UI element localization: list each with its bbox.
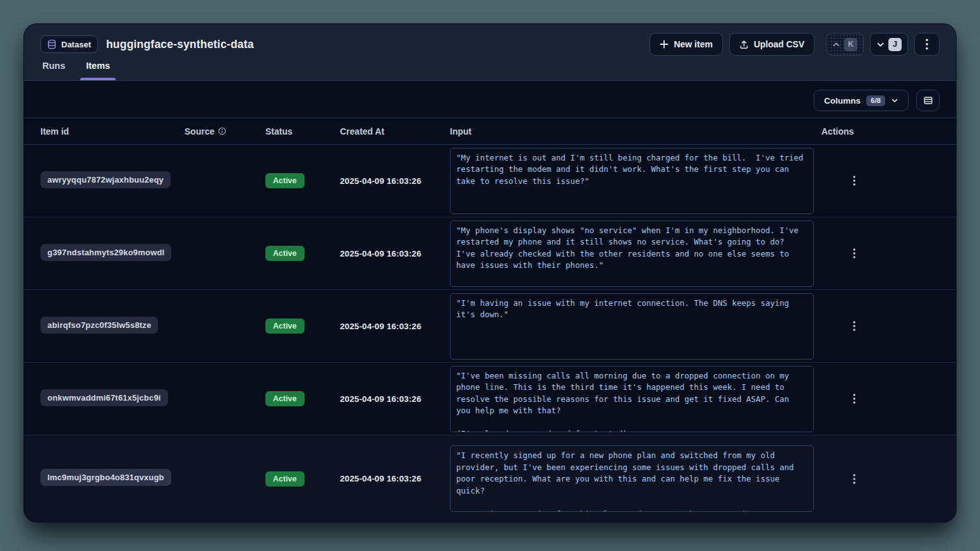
new-item-label: New item — [674, 39, 712, 49]
tab-items[interactable]: Items — [84, 57, 112, 80]
table-row[interactable]: lmc9muj3grgbo4o831qvxugb Active 2025-04-… — [24, 435, 956, 522]
kebab-icon — [853, 176, 856, 186]
table-toolbar: Columns 6/8 — [24, 81, 956, 118]
table-row[interactable]: g397ndstahmyts29ko9mowdl Active 2025-04-… — [24, 217, 956, 290]
dataset-window: Dataset huggingface-synthetic-data New i… — [24, 24, 956, 522]
status-badge: Active — [265, 318, 305, 334]
upload-csv-label: Upload CSV — [754, 39, 804, 49]
shortcut-key-j: J — [888, 38, 902, 51]
status-badge: Active — [265, 391, 305, 406]
previous-item-button[interactable]: K — [826, 33, 864, 56]
status-badge: Active — [265, 246, 305, 261]
chevron-down-icon — [876, 40, 885, 49]
table-row[interactable]: abirqfso7pzc0f35lw5s8tze Active 2025-04-… — [24, 290, 956, 363]
columns-count-badge: 6/8 — [866, 95, 885, 106]
chevron-down-icon — [891, 97, 898, 104]
table-header-row: Item id Source Status Created At Input A… — [24, 118, 956, 145]
tab-bar: Runs Items — [40, 57, 940, 80]
kebab-icon — [926, 39, 928, 50]
kebab-icon — [853, 474, 856, 484]
info-icon[interactable] — [218, 127, 226, 135]
tab-runs[interactable]: Runs — [40, 57, 67, 80]
upload-csv-button[interactable]: Upload CSV — [729, 33, 814, 56]
input-cell[interactable]: "I recently signed up for a new phone pl… — [450, 445, 814, 512]
new-item-button[interactable]: New item — [650, 33, 722, 56]
input-cell[interactable]: "I'm having an issue with my internet co… — [450, 293, 814, 360]
header-more-actions-button[interactable] — [914, 33, 940, 56]
plus-icon — [660, 40, 668, 49]
table-body: awryyqqu7872wjaxhbuu2eqy Active 2025-04-… — [24, 145, 956, 522]
next-item-button[interactable]: J — [870, 33, 908, 56]
status-badge: Active — [265, 471, 305, 487]
created-at-value: 2025-04-09 16:03:26 — [340, 176, 450, 186]
kebab-icon — [853, 321, 856, 331]
columns-label: Columns — [824, 96, 861, 106]
kebab-icon — [853, 394, 856, 404]
column-header-created-at: Created At — [340, 126, 450, 136]
column-header-status: Status — [265, 126, 340, 136]
dataset-type-badge: Dataset — [40, 35, 98, 53]
chevron-up-icon — [832, 40, 840, 49]
window-header: Dataset huggingface-synthetic-data New i… — [24, 24, 956, 81]
created-at-value: 2025-04-09 16:03:26 — [340, 322, 450, 331]
status-badge: Active — [265, 173, 305, 188]
row-actions-button[interactable] — [847, 246, 862, 261]
column-header-input: Input — [450, 126, 821, 136]
shortcut-key-k: K — [844, 38, 857, 51]
row-actions-button[interactable] — [847, 471, 862, 487]
created-at-value: 2025-04-09 16:03:26 — [340, 474, 450, 483]
row-actions-button[interactable] — [847, 318, 862, 334]
table-row[interactable]: awryyqqu7872wjaxhbuu2eqy Active 2025-04-… — [24, 145, 956, 217]
item-id-badge[interactable]: g397ndstahmyts29ko9mowdl — [40, 244, 171, 261]
created-at-value: 2025-04-09 16:03:26 — [340, 249, 450, 258]
column-header-source: Source — [185, 126, 265, 136]
item-id-badge[interactable]: awryyqqu7872wjaxhbuu2eqy — [40, 171, 171, 188]
row-height-button[interactable] — [916, 90, 940, 111]
item-id-badge[interactable]: lmc9muj3grgbo4o831qvxugb — [40, 469, 171, 486]
columns-button[interactable]: Columns 6/8 — [814, 90, 909, 111]
row-actions-button[interactable] — [847, 173, 862, 188]
database-icon — [47, 39, 57, 49]
table-row[interactable]: onkwmvaddmi67t61x5jcbc9i Active 2025-04-… — [24, 363, 956, 435]
input-cell[interactable]: "My phone's display shows "no service" w… — [450, 221, 814, 287]
dataset-type-label: Dataset — [61, 40, 91, 49]
input-cell[interactable]: "My internet is out and I'm still being … — [450, 148, 814, 214]
table-rows-icon — [923, 95, 933, 106]
item-id-badge[interactable]: onkwmvaddmi67t61x5jcbc9i — [40, 389, 168, 406]
item-id-badge[interactable]: abirqfso7pzc0f35lw5s8tze — [40, 317, 158, 334]
row-actions-button[interactable] — [847, 391, 862, 406]
input-cell[interactable]: "I've been missing calls all morning due… — [450, 366, 814, 432]
kebab-icon — [853, 248, 856, 258]
created-at-value: 2025-04-09 16:03:26 — [340, 394, 450, 404]
upload-icon — [739, 40, 749, 49]
source-header-label: Source — [185, 126, 214, 136]
page-title: huggingface-synthetic-data — [106, 38, 254, 51]
column-header-actions: Actions — [821, 126, 940, 136]
column-header-item-id: Item id — [40, 126, 185, 136]
